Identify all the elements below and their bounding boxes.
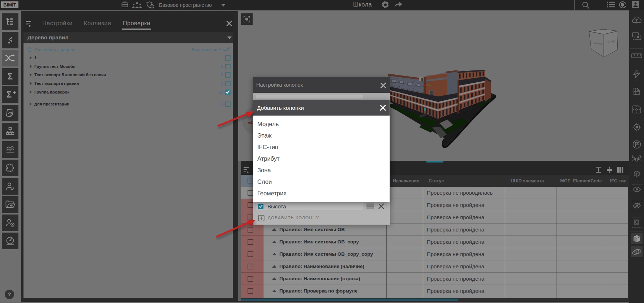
svg-text:1: 1: [632, 155, 634, 157]
svg-text:2: 2: [640, 155, 641, 157]
svg-text:2D: 2D: [8, 111, 12, 115]
